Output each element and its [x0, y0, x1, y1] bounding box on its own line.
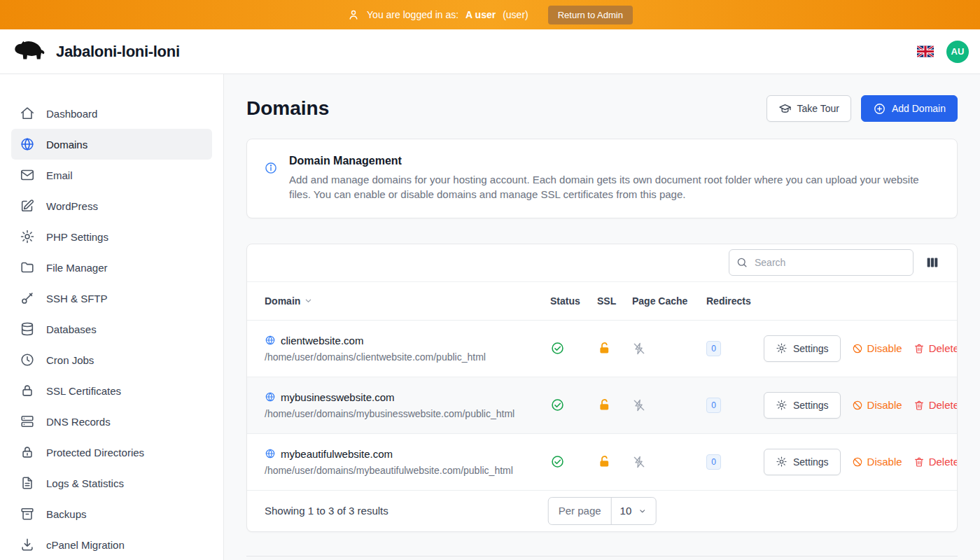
table-row: mybeautifulwebsite.com /home/user/domain… — [247, 434, 957, 491]
per-page-label: Per page — [549, 498, 612, 524]
take-tour-button[interactable]: Take Tour — [766, 95, 851, 122]
delete-button[interactable]: Delete — [913, 342, 958, 354]
sidebar-item-ssh-sftp[interactable]: SSH & SFTP — [11, 283, 212, 314]
main-content: Domains Take Tour Add Domain Domain Mana… — [224, 74, 980, 560]
domain-name[interactable]: mybusinesswebsite.com — [281, 391, 395, 403]
banner-message: You are logged in as: — [367, 9, 458, 20]
sidebar-item-label: WordPress — [46, 200, 98, 212]
domains-table-card: Domain Status SSL Page Cache Redirects c… — [246, 244, 958, 532]
language-flag-icon[interactable] — [917, 46, 934, 57]
lock-icon — [20, 383, 35, 398]
redirects-count-badge[interactable]: 0 — [706, 454, 721, 470]
disable-button[interactable]: Disable — [852, 456, 902, 468]
sidebar-item-label: Databases — [46, 323, 97, 335]
globe-icon — [265, 448, 276, 459]
sidebar-item-email[interactable]: Email — [11, 160, 212, 190]
sidebar-item-protected-directories[interactable]: Protected Directories — [11, 437, 212, 468]
redirects-count-badge[interactable]: 0 — [706, 398, 721, 413]
add-domain-button[interactable]: Add Domain — [861, 95, 958, 122]
gear-icon — [776, 342, 788, 354]
ssl-unlocked-icon[interactable] — [597, 454, 632, 469]
settings-button[interactable]: Settings — [764, 449, 841, 475]
sidebar-item-logs-statistics[interactable]: Logs & Statistics — [11, 468, 212, 498]
table-toolbar — [247, 244, 957, 282]
sidebar-item-label: Email — [46, 169, 73, 181]
sidebar-item-label: DNS Records — [46, 416, 111, 428]
status-enabled-icon — [550, 341, 597, 356]
sidebar-item-label: SSH & SFTP — [46, 293, 108, 304]
pencil-square-icon — [20, 198, 35, 214]
sidebar-item-dns-records[interactable]: DNS Records — [11, 406, 212, 437]
add-domain-label: Add Domain — [892, 103, 946, 114]
content-footer-divider — [246, 556, 958, 556]
trash-icon — [913, 400, 925, 411]
take-tour-label: Take Tour — [797, 103, 839, 114]
trash-icon — [913, 456, 925, 468]
app-header: Jabaloni-loni-loni AU — [0, 29, 980, 74]
results-summary: Showing 1 to 3 of 3 results — [265, 505, 388, 517]
document-root-path: /home/user/domains/mybusinesswebsite.com… — [265, 408, 550, 419]
sidebar-item-backups[interactable]: Backups — [11, 498, 212, 529]
mail-icon — [20, 167, 35, 183]
sidebar-item-label: Logs & Statistics — [46, 477, 124, 489]
sidebar-item-php-settings[interactable]: PHP Settings — [11, 221, 212, 252]
trash-icon — [913, 343, 925, 354]
sidebar-item-label: File Manager — [46, 262, 108, 274]
columns-toggle-button[interactable] — [925, 255, 940, 270]
user-icon — [347, 8, 360, 21]
home-icon — [20, 106, 35, 121]
redirects-count-badge[interactable]: 0 — [706, 341, 721, 356]
search-input[interactable] — [729, 249, 913, 276]
key-icon — [20, 290, 35, 306]
sidebar-item-label: Protected Directories — [46, 447, 144, 458]
sidebar-item-cron-jobs[interactable]: Cron Jobs — [11, 344, 212, 375]
sidebar-item-label: Cron Jobs — [46, 354, 94, 366]
database-icon — [20, 321, 35, 337]
sidebar-item-file-manager[interactable]: File Manager — [11, 252, 212, 283]
column-header-redirects: Redirects — [706, 295, 764, 307]
document-root-path: /home/user/domains/clientwebsite.com/pub… — [265, 351, 550, 363]
sidebar-item-cpanel-migration[interactable]: cPanel Migration — [11, 529, 212, 560]
sidebar-item-ssl-certificates[interactable]: SSL Certificates — [11, 375, 212, 406]
brand: Jabaloni-loni-loni — [11, 39, 180, 64]
info-card-title: Domain Management — [289, 155, 933, 167]
table-row: mybusinesswebsite.com /home/user/domains… — [247, 377, 957, 434]
page-cache-off-icon[interactable] — [632, 398, 706, 412]
sidebar-item-label: cPanel Migration — [46, 539, 125, 551]
sidebar: Dashboard Domains Email WordPress PHP Se… — [0, 74, 224, 560]
per-page-control: Per page 10 — [548, 497, 657, 525]
sidebar-item-label: SSL Certificates — [46, 385, 121, 397]
settings-button[interactable]: Settings — [764, 392, 841, 419]
banner-user-role: (user) — [503, 9, 528, 20]
sidebar-item-wordpress[interactable]: WordPress — [11, 190, 212, 221]
per-page-select[interactable]: 10 — [612, 498, 656, 524]
ssl-unlocked-icon[interactable] — [597, 398, 632, 412]
sidebar-item-dashboard[interactable]: Dashboard — [11, 98, 212, 129]
page-cache-off-icon[interactable] — [632, 455, 706, 469]
info-icon — [264, 161, 278, 202]
table-header-row: Domain Status SSL Page Cache Redirects — [247, 282, 957, 321]
settings-button[interactable]: Settings — [764, 335, 841, 362]
domain-name[interactable]: mybeautifulwebsite.com — [281, 448, 393, 460]
sidebar-item-domains[interactable]: Domains — [11, 129, 212, 160]
status-enabled-icon — [550, 454, 597, 469]
page-cache-off-icon[interactable] — [632, 342, 706, 356]
disable-button[interactable]: Disable — [852, 342, 902, 354]
ssl-unlocked-icon[interactable] — [597, 341, 632, 356]
column-header-ssl: SSL — [597, 295, 632, 307]
lock-icon — [20, 444, 35, 460]
sidebar-item-databases[interactable]: Databases — [11, 314, 212, 344]
return-to-admin-button[interactable]: Return to Admin — [548, 6, 633, 24]
boar-logo-icon — [11, 39, 46, 64]
delete-button[interactable]: Delete — [913, 456, 958, 468]
folder-icon — [20, 260, 35, 275]
plus-circle-icon — [873, 102, 886, 115]
column-header-domain[interactable]: Domain — [265, 295, 550, 307]
disable-button[interactable]: Disable — [852, 399, 902, 411]
download-icon — [20, 537, 35, 552]
delete-button[interactable]: Delete — [913, 399, 958, 411]
user-avatar[interactable]: AU — [946, 41, 969, 63]
globe-icon — [265, 391, 276, 402]
domain-name[interactable]: clientwebsite.com — [281, 335, 363, 346]
ban-icon — [852, 456, 863, 468]
